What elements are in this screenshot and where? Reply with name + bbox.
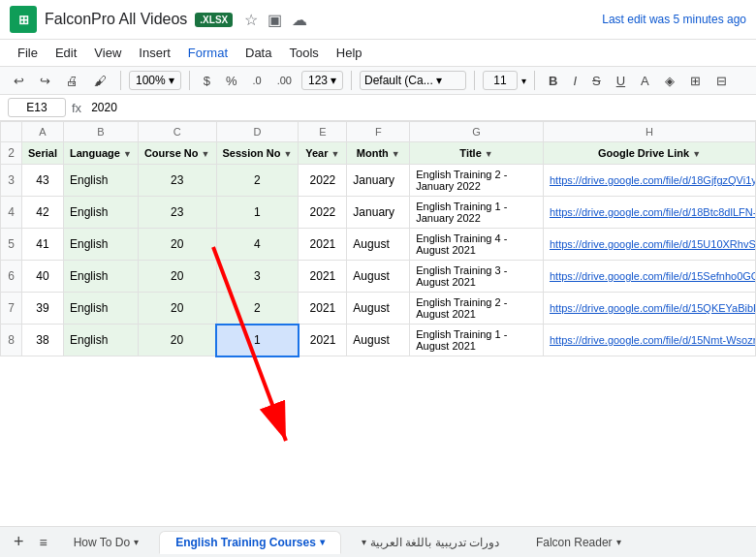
menu-view[interactable]: View — [86, 42, 129, 64]
text-color-button[interactable]: A — [635, 72, 655, 90]
header-sessionno[interactable]: Session No ▼ — [216, 142, 299, 165]
cell-sessionno-8[interactable]: 1 — [216, 325, 299, 356]
italic-button[interactable]: I — [567, 72, 583, 90]
cell-month-3[interactable]: January — [347, 165, 410, 197]
cell-language-8[interactable]: English — [63, 325, 138, 356]
header-language[interactable]: Language ▼ — [63, 142, 138, 165]
cell-language-7[interactable]: English — [63, 293, 138, 325]
tab-english-training[interactable]: English Training Courses ▾ — [159, 531, 341, 554]
col-header-h[interactable]: H — [543, 122, 755, 142]
menu-file[interactable]: File — [10, 42, 46, 64]
cell-month-5[interactable]: August — [347, 229, 410, 261]
cell-title-8[interactable]: English Training 1 - August 2021 — [410, 325, 544, 356]
add-sheet-button[interactable]: + — [8, 530, 30, 554]
last-edit-link[interactable]: Last edit was 5 minutes ago — [602, 13, 746, 26]
tab-arabic-courses[interactable]: دورات تدريبية باللغة العربية ▾ — [345, 531, 516, 554]
cell-sessionno-3[interactable]: 2 — [216, 165, 299, 197]
header-year[interactable]: Year ▼ — [299, 142, 347, 165]
col-header-g[interactable]: G — [410, 122, 544, 142]
strikethrough-button[interactable]: S — [586, 72, 607, 90]
menu-tools[interactable]: Tools — [281, 42, 326, 64]
redo-button[interactable]: ↪ — [34, 72, 56, 90]
font-size-input[interactable]: 11 — [483, 71, 518, 90]
cell-link-8[interactable]: https://drive.google.com/file/d/15Nmt-Ws… — [543, 325, 755, 356]
cell-reference[interactable]: E13 — [8, 98, 66, 117]
cell-link-5[interactable]: https://drive.google.com/file/d/15U10XRh… — [543, 229, 755, 261]
zoom-selector[interactable]: 100% ▾ — [129, 71, 181, 90]
cell-title-6[interactable]: English Training 3 - August 2021 — [410, 261, 544, 293]
cell-year-3[interactable]: 2022 — [299, 165, 347, 197]
cell-link-3[interactable]: https://drive.google.com/file/d/18GjfgzQ… — [543, 165, 755, 197]
cloud-icon[interactable]: ☁ — [292, 11, 307, 29]
cell-year-8[interactable]: 2021 — [299, 325, 347, 356]
undo-button[interactable]: ↩ — [8, 72, 30, 90]
cell-sessionno-5[interactable]: 4 — [216, 229, 299, 261]
cell-courseno-4[interactable]: 23 — [138, 197, 216, 229]
cell-courseno-3[interactable]: 23 — [138, 165, 216, 197]
paint-format-button[interactable]: 🖌 — [88, 72, 112, 90]
header-courseno[interactable]: Course No ▼ — [138, 142, 216, 165]
menu-data[interactable]: Data — [237, 42, 279, 64]
font-family-selector[interactable]: Default (Ca... ▾ — [360, 71, 466, 90]
cell-month-8[interactable]: August — [347, 325, 410, 356]
print-button[interactable]: 🖨 — [60, 72, 84, 90]
header-drivelink[interactable]: Google Drive Link ▼ — [543, 142, 755, 165]
cell-serial-4[interactable]: 42 — [22, 197, 64, 229]
cell-year-7[interactable]: 2021 — [299, 293, 347, 325]
cell-courseno-6[interactable]: 20 — [138, 261, 216, 293]
cell-link-7[interactable]: https://drive.google.com/file/d/15QKEYaB… — [543, 293, 755, 325]
menu-edit[interactable]: Edit — [47, 42, 84, 64]
col-header-d[interactable]: D — [216, 122, 299, 142]
fill-color-button[interactable]: ◈ — [659, 72, 680, 90]
cell-month-4[interactable]: January — [347, 197, 410, 229]
cell-sessionno-7[interactable]: 2 — [216, 293, 299, 325]
cell-serial-7[interactable]: 39 — [22, 293, 64, 325]
merge-button[interactable]: ⊟ — [710, 72, 733, 90]
menu-format[interactable]: Format — [180, 42, 236, 64]
cell-courseno-8[interactable]: 20 — [138, 325, 216, 356]
cell-courseno-5[interactable]: 20 — [138, 229, 216, 261]
decimal2-button[interactable]: .00 — [271, 73, 298, 88]
cell-language-4[interactable]: English — [63, 197, 138, 229]
currency-button[interactable]: $ — [198, 72, 216, 90]
col-header-f[interactable]: F — [347, 122, 410, 142]
header-title[interactable]: Title ▼ — [410, 142, 544, 165]
formula-input[interactable] — [87, 99, 748, 116]
header-month[interactable]: Month ▼ — [347, 142, 410, 165]
cell-year-6[interactable]: 2021 — [299, 261, 347, 293]
cell-year-5[interactable]: 2021 — [299, 229, 347, 261]
decimal1-button[interactable]: .0 — [247, 73, 268, 88]
cell-month-6[interactable]: August — [347, 261, 410, 293]
cell-title-5[interactable]: English Training 4 - August 2021 — [410, 229, 544, 261]
cell-year-4[interactable]: 2022 — [299, 197, 347, 229]
cell-serial-5[interactable]: 41 — [22, 229, 64, 261]
star-icon[interactable]: ☆ — [244, 11, 258, 29]
bold-button[interactable]: B — [543, 72, 563, 90]
col-header-b[interactable]: B — [63, 122, 138, 142]
cell-title-3[interactable]: English Training 2 - January 2022 — [410, 165, 544, 197]
cell-language-3[interactable]: English — [63, 165, 138, 197]
borders-button[interactable]: ⊞ — [684, 72, 707, 90]
col-header-e[interactable]: E — [299, 122, 347, 142]
cell-title-4[interactable]: English Training 1 - January 2022 — [410, 197, 544, 229]
percent-button[interactable]: % — [220, 72, 243, 90]
cell-month-7[interactable]: August — [347, 293, 410, 325]
underline-button[interactable]: U — [611, 72, 631, 90]
format-selector[interactable]: 123 ▾ — [301, 71, 343, 90]
col-header-a[interactable]: A — [22, 122, 64, 142]
cell-title-7[interactable]: English Training 2 - August 2021 — [410, 293, 544, 325]
cell-sessionno-6[interactable]: 3 — [216, 261, 299, 293]
sheet-menu-button[interactable]: ≡ — [34, 533, 53, 552]
cell-link-4[interactable]: https://drive.google.com/file/d/18Btc8dl… — [543, 197, 755, 229]
header-serial[interactable]: Serial — [22, 142, 64, 165]
col-header-c[interactable]: C — [138, 122, 216, 142]
menu-insert[interactable]: Insert — [131, 42, 178, 64]
cell-language-6[interactable]: English — [63, 261, 138, 293]
cell-courseno-7[interactable]: 20 — [138, 293, 216, 325]
cell-link-6[interactable]: https://drive.google.com/file/d/15Sefnho… — [543, 261, 755, 293]
folder-icon[interactable]: ▣ — [268, 11, 282, 29]
cell-serial-6[interactable]: 40 — [22, 261, 64, 293]
cell-language-5[interactable]: English — [63, 229, 138, 261]
cell-sessionno-4[interactable]: 1 — [216, 197, 299, 229]
menu-help[interactable]: Help — [329, 42, 370, 64]
